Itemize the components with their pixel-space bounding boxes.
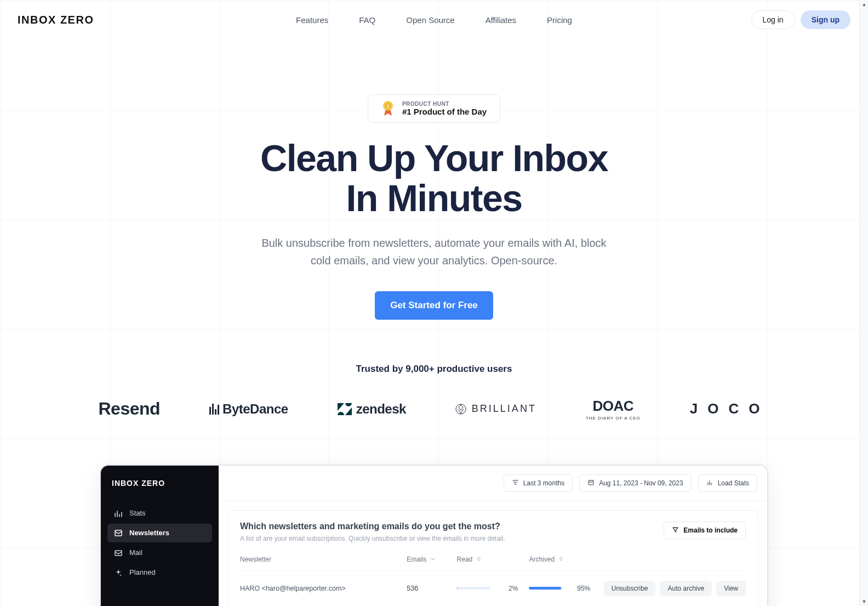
sidebar-item-newsletters[interactable]: Newsletters [107,524,212,542]
th-archived[interactable]: Archived [529,556,601,564]
brilliant-icon [455,404,466,415]
nav-affiliates[interactable]: Affiliates [486,15,516,25]
nav-pricing[interactable]: Pricing [547,15,572,25]
th-read[interactable]: Read [457,556,529,564]
logo-brilliant: BRILLIANT [455,403,536,415]
bytedance-bars-icon [209,404,219,415]
table-header: Newsletter Emails Read [240,556,746,570]
app-preview: INBOX ZERO Stats Newsletters [100,465,768,606]
preview-sidebar: INBOX ZERO Stats Newsletters [101,466,219,606]
date-range-label: Last 3 months [523,479,564,487]
panel-sub: A list of are your email subscriptions. … [240,535,505,542]
logo-doac-text: DOAC [593,398,634,414]
logo-doac: DOAC THE DIARY OF A CEO [586,398,641,421]
auth-buttons: Log in Sign up [751,10,850,29]
logo-resend: Resend [98,399,160,419]
logo-bytedance: ByteDance [209,401,288,417]
preview-toolbar: Last 3 months Aug 11, 2023 - Nov 09, 202… [219,466,767,501]
ph-title: #1 Product of the Day [402,107,487,116]
company-logos: Resend ByteDance zendesk BRILLIANT [0,398,868,421]
logo-zendesk-text: zendesk [356,401,406,417]
table-row: HARO <haro@helpareporter.com> 536 2% 95%… [240,570,746,606]
logo-joco: JOCO [690,400,770,417]
sidebar-item-mail[interactable]: Mail [107,543,212,562]
ph-label: PRODUCT HUNT [402,101,487,107]
social-proof: Trusted by 9,000+ productive users Resen… [0,364,868,421]
preview-main: Last 3 months Aug 11, 2023 - Nov 09, 202… [219,466,767,606]
logo-zendesk: zendesk [338,401,406,417]
headline: Clean Up Your Inbox In Minutes [187,138,681,219]
date-picker-button[interactable]: Aug 11, 2023 - Nov 09, 2023 [579,474,691,492]
archived-pct: 95% [569,585,590,592]
mail-icon [114,548,123,557]
login-button[interactable]: Log in [751,10,795,29]
headline-line-1: Clean Up Your Inbox [260,137,608,179]
sidebar-item-label: Planned [129,568,156,576]
archived-bar [529,587,563,590]
th-emails[interactable]: Emails [407,556,456,564]
logo-doac-tag: THE DIARY OF A CEO [586,416,641,421]
emails-to-include-label: Emails to include [683,526,738,534]
cell-archived: 95% [529,585,601,592]
main-nav: Features FAQ Open Source Affiliates Pric… [296,15,572,25]
calendar-icon [587,479,595,488]
filter-icon [672,526,679,535]
newsletters-panel: Which newsletters and marketing emails d… [227,510,758,606]
bar-chart-icon [114,509,123,518]
headline-line-2: In Minutes [346,177,522,219]
hero: 1 PRODUCT HUNT #1 Product of the Day Cle… [187,39,681,320]
th-newsletter[interactable]: Newsletter [240,556,407,563]
sort-icon [558,556,564,564]
sidebar-item-stats[interactable]: Stats [107,504,212,523]
logo[interactable]: INBOX ZERO [18,14,94,26]
svg-rect-4 [115,530,122,536]
svg-rect-5 [115,551,122,556]
read-pct: 2% [497,585,518,592]
read-bar [457,587,491,590]
ph-text: PRODUCT HUNT #1 Product of the Day [402,101,487,116]
sparkle-icon [114,568,123,577]
logo-bytedance-text: ByteDance [222,401,288,417]
svg-rect-6 [589,480,593,485]
panel-header: Which newsletters and marketing emails d… [240,522,746,542]
sidebar-item-label: Stats [129,509,146,517]
chart-icon [706,479,713,488]
cta-button[interactable]: Get Started for Free [375,291,493,320]
trusted-text: Trusted by 9,000+ productive users [0,364,868,375]
chevron-down-icon [430,556,436,564]
nav-open-source[interactable]: Open Source [406,15,454,25]
newsletter-icon [114,529,123,537]
logo-brilliant-text: BRILLIANT [472,403,536,415]
preview-sidebar-logo: INBOX ZERO [107,479,212,504]
nav-faq[interactable]: FAQ [359,15,375,25]
nav-features[interactable]: Features [296,15,328,25]
auto-archive-button[interactable]: Auto archive [660,581,712,596]
cell-name: HARO <haro@helpareporter.com> [240,585,407,592]
load-stats-button[interactable]: Load Stats [698,474,757,492]
panel-title: Which newsletters and marketing emails d… [240,522,505,531]
sidebar-item-label: Newsletters [129,529,169,537]
view-button[interactable]: View [716,581,746,596]
date-range-dropdown[interactable]: Last 3 months [504,474,573,492]
unsubscribe-button[interactable]: Unsubscribe [604,581,656,596]
sidebar-item-label: Mail [129,548,142,557]
filter-lines-icon [512,479,519,488]
zendesk-icon [338,403,352,415]
cell-emails: 536 [407,585,456,592]
sort-icon [476,556,482,564]
cell-read: 2% [457,585,529,592]
date-picker-label: Aug 11, 2023 - Nov 09, 2023 [599,479,683,487]
sidebar-item-planned[interactable]: Planned [107,563,212,582]
svg-point-3 [456,404,466,414]
subheadline: Bulk unsubscribe from newsletters, autom… [259,234,609,269]
svg-text:1: 1 [387,104,389,108]
load-stats-label: Load Stats [718,479,749,487]
emails-to-include-button[interactable]: Emails to include [664,522,746,539]
header: INBOX ZERO Features FAQ Open Source Affi… [0,0,868,39]
cell-actions: Unsubscribe Auto archive View [601,581,746,596]
product-hunt-badge[interactable]: 1 PRODUCT HUNT #1 Product of the Day [368,94,500,123]
medal-icon: 1 [381,100,395,117]
signup-button[interactable]: Sign up [801,10,850,29]
